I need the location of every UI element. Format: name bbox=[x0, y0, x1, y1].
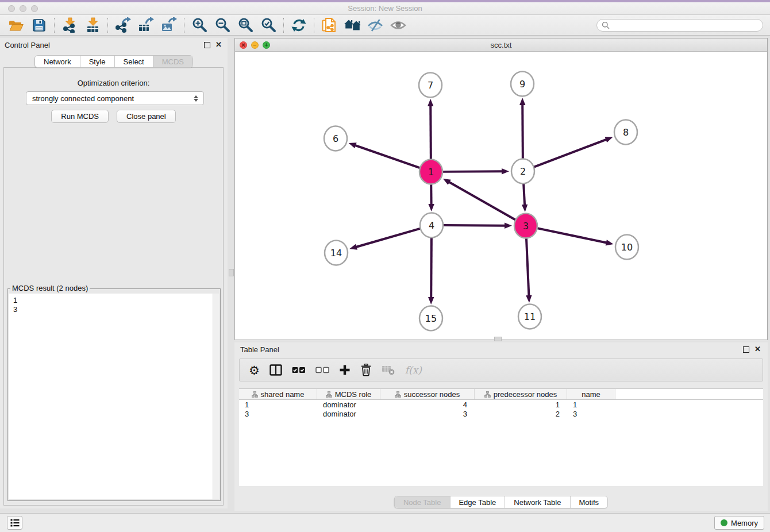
export-table-button[interactable] bbox=[134, 16, 157, 34]
edge-1-6[interactable] bbox=[355, 145, 420, 168]
edge-2-3[interactable] bbox=[523, 183, 525, 206]
edge-3-10[interactable] bbox=[537, 228, 607, 243]
close-panel-icon[interactable]: ✕ bbox=[215, 40, 222, 49]
horizontal-splitter-handle[interactable] bbox=[494, 337, 502, 341]
network-window-titlebar[interactable]: ✕ − + scc.txt bbox=[235, 38, 767, 52]
network-graph[interactable]: 1234678910111415 bbox=[235, 52, 767, 340]
edge-4-14[interactable] bbox=[356, 229, 421, 248]
mcds-result-title: MCDS result (2 nodes) bbox=[10, 284, 90, 292]
list-icon bbox=[10, 519, 20, 527]
table-settings-gear-icon[interactable]: ⚙ bbox=[249, 364, 260, 376]
network-window-title: scc.txt bbox=[235, 41, 767, 49]
arrowhead-icon bbox=[522, 205, 528, 212]
cell-name: 1 bbox=[567, 400, 615, 409]
search-input[interactable] bbox=[610, 20, 763, 30]
delete-column-icon[interactable] bbox=[360, 364, 372, 376]
column-header-name[interactable]: name bbox=[567, 389, 615, 399]
tab-style[interactable]: Style bbox=[80, 56, 115, 67]
attribute-icon bbox=[252, 391, 258, 398]
float-panel-icon[interactable] bbox=[204, 42, 210, 48]
mcds-result-item: 3 bbox=[13, 305, 209, 314]
attribute-icon bbox=[326, 391, 332, 398]
import-table-button[interactable] bbox=[81, 16, 104, 34]
tab-node-table[interactable]: Node Table bbox=[395, 496, 451, 508]
column-header-successor-nodes[interactable]: successor nodes bbox=[380, 389, 475, 399]
column-header-mcds-role[interactable]: MCDS role bbox=[317, 389, 380, 399]
close-table-panel-icon[interactable]: ✕ bbox=[754, 345, 761, 353]
export-table-icon bbox=[138, 17, 155, 33]
node-label-7: 7 bbox=[428, 80, 433, 91]
zoom-fit-icon bbox=[238, 17, 253, 33]
table-row[interactable]: 3 dominator 3 2 3 bbox=[239, 409, 763, 418]
column-header-predecessor-nodes[interactable]: predecessor nodes bbox=[475, 389, 567, 399]
import-network-button[interactable] bbox=[58, 16, 81, 34]
tab-motifs[interactable]: Motifs bbox=[570, 496, 607, 508]
control-panel: Control Panel ✕ Network Style Select MCD… bbox=[0, 38, 228, 508]
select-stepper-icon bbox=[192, 94, 200, 103]
close-panel-button[interactable]: Close panel bbox=[117, 110, 176, 123]
edge-2-9[interactable] bbox=[522, 104, 523, 160]
task-history-button[interactable] bbox=[7, 516, 22, 530]
edge-1-2[interactable] bbox=[442, 171, 503, 172]
run-mcds-button[interactable]: Run MCDS bbox=[51, 110, 109, 123]
memory-button[interactable]: Memory bbox=[714, 516, 764, 530]
edge-4-3[interactable] bbox=[443, 225, 506, 226]
tab-mcds[interactable]: MCDS bbox=[153, 56, 192, 67]
network-file-button[interactable] bbox=[318, 16, 341, 34]
apply-layout-button[interactable] bbox=[287, 16, 310, 34]
cell-mcds-role: dominator bbox=[317, 400, 380, 409]
network-file-icon bbox=[321, 17, 337, 33]
zoom-in-button[interactable] bbox=[188, 16, 211, 34]
add-column-icon[interactable] bbox=[339, 364, 351, 376]
zoom-selected-button[interactable] bbox=[257, 16, 280, 34]
edge-2-8[interactable] bbox=[534, 139, 607, 167]
export-network-button[interactable] bbox=[111, 16, 134, 34]
mcds-panel: Optimization criterion: strongly connect… bbox=[3, 67, 224, 506]
toolbar-separator bbox=[283, 18, 284, 33]
show-columns-icon[interactable] bbox=[270, 364, 282, 376]
vertical-splitter-handle[interactable] bbox=[229, 269, 234, 276]
edge-4-15[interactable] bbox=[431, 237, 432, 298]
tab-network[interactable]: Network bbox=[35, 56, 80, 67]
criterion-select[interactable]: strongly connected component bbox=[26, 91, 204, 105]
table-row[interactable]: 1 dominator 4 1 1 bbox=[239, 400, 763, 409]
cell-successor-nodes: 3 bbox=[380, 410, 475, 418]
mcds-result-group: MCDS result (2 nodes) 1 3 bbox=[7, 288, 221, 501]
network-canvas[interactable]: 1234678910111415 bbox=[235, 52, 767, 340]
home-button[interactable] bbox=[341, 16, 364, 34]
mcds-result-list[interactable]: 1 3 bbox=[9, 294, 213, 499]
arrowhead-icon bbox=[606, 240, 614, 245]
cell-successor-nodes: 4 bbox=[380, 400, 475, 409]
hide-graphics-details-button[interactable] bbox=[364, 16, 387, 34]
column-header-shared-name[interactable]: shared name bbox=[239, 389, 317, 399]
node-label-3: 3 bbox=[523, 221, 529, 232]
attribute-icon bbox=[395, 391, 401, 398]
node-label-6: 6 bbox=[333, 133, 338, 144]
open-session-button[interactable] bbox=[5, 16, 28, 34]
select-all-columns-icon[interactable] bbox=[292, 367, 306, 373]
memory-label: Memory bbox=[731, 519, 758, 527]
search-field[interactable] bbox=[596, 19, 763, 32]
cell-predecessor-nodes: 1 bbox=[475, 400, 567, 409]
float-table-panel-icon[interactable] bbox=[743, 346, 749, 353]
edge-1-7[interactable] bbox=[430, 105, 431, 160]
zoom-fit-button[interactable] bbox=[234, 16, 257, 34]
tab-network-table[interactable]: Network Table bbox=[505, 496, 570, 508]
arrowhead-icon bbox=[349, 142, 357, 148]
arrowhead-icon bbox=[505, 223, 512, 229]
toolbar-separator bbox=[314, 18, 314, 33]
tab-select[interactable]: Select bbox=[115, 56, 153, 67]
arrowhead-icon bbox=[519, 98, 525, 105]
show-graphics-details-button[interactable] bbox=[387, 16, 410, 34]
zoom-out-button[interactable] bbox=[211, 16, 234, 34]
tab-edge-table[interactable]: Edge Table bbox=[450, 496, 505, 508]
edge-3-11[interactable] bbox=[526, 237, 529, 296]
export-image-button[interactable] bbox=[157, 16, 180, 34]
edge-3-1[interactable] bbox=[448, 182, 515, 220]
save-session-button[interactable] bbox=[28, 16, 51, 34]
deselect-all-columns-icon[interactable] bbox=[315, 367, 329, 373]
app-title: Session: New Session bbox=[0, 4, 770, 13]
result-scrollbar[interactable] bbox=[213, 294, 219, 499]
homes-icon bbox=[344, 18, 361, 32]
table-panel: Table Panel ✕ ⚙ bbox=[234, 342, 768, 511]
